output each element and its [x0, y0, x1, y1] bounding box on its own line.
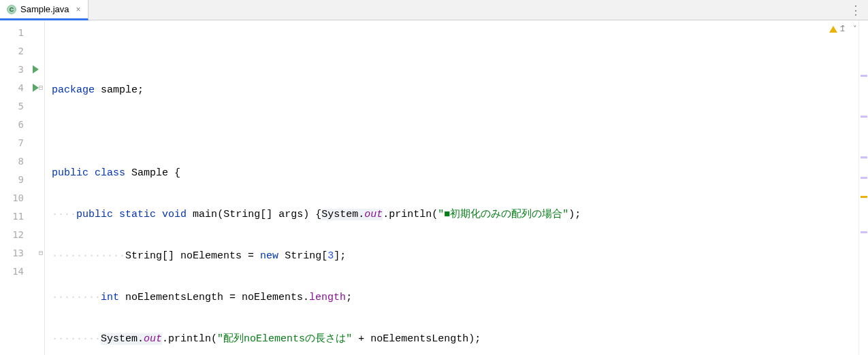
error-stripe[interactable]	[858, 20, 868, 355]
close-icon[interactable]: ×	[76, 5, 81, 14]
line-number: 7	[0, 133, 44, 152]
code-area[interactable]: 1 ˄ ˅ package sample; public class Sampl…	[45, 20, 858, 355]
chevron-up-icon[interactable]: ˄	[841, 24, 846, 33]
warning-icon	[829, 26, 837, 33]
fold-icon[interactable]: ⊟	[39, 250, 45, 256]
editor: 1 2 3 4⊟ 5 6 7 8 9 10 11 12 13⊟ 14 1 ˄ ˅…	[0, 20, 868, 355]
line-number: 11	[0, 207, 44, 225]
line-number: 14	[0, 262, 44, 280]
line-number: 1	[0, 23, 44, 41]
fold-icon[interactable]: ⊟	[39, 84, 45, 90]
run-icon[interactable]	[33, 65, 39, 73]
line-number: 4⊟	[0, 78, 44, 97]
code-line[interactable]: public class Sample {	[45, 164, 858, 182]
marker[interactable]	[861, 156, 867, 158]
line-number: 12	[0, 225, 44, 243]
more-icon: ⋮	[850, 3, 861, 18]
marker[interactable]	[861, 231, 867, 233]
line-number: 5	[0, 97, 44, 115]
code-line[interactable]: ············String[] noElements = new St…	[45, 247, 858, 265]
marker[interactable]	[861, 116, 867, 118]
java-class-icon: C	[7, 5, 16, 14]
line-number: 3	[0, 60, 44, 78]
tab-bar-options[interactable]: ⋮	[843, 0, 868, 20]
code-line[interactable]	[45, 122, 858, 141]
run-icon[interactable]	[33, 84, 39, 92]
marker[interactable]	[861, 177, 867, 179]
line-number: 10	[0, 188, 44, 207]
line-number: 8	[0, 152, 44, 170]
svg-text:C: C	[10, 6, 14, 13]
gutter[interactable]: 1 2 3 4⊟ 5 6 7 8 9 10 11 12 13⊟ 14	[0, 20, 45, 355]
line-number: 13⊟	[0, 243, 44, 262]
code-line[interactable]: package sample;	[45, 81, 858, 99]
marker[interactable]	[861, 75, 867, 77]
code-line[interactable]: ····public static void main(String[] arg…	[45, 205, 858, 224]
tab-bar: C Sample.java × ⋮	[0, 0, 868, 20]
tab-sample-java[interactable]: C Sample.java ×	[0, 0, 89, 20]
code-line[interactable]: ········System.out.println("配列noElements…	[45, 330, 858, 348]
line-number: 2	[0, 41, 44, 60]
code-line[interactable]: ········int noElementsLength = noElement…	[45, 288, 858, 307]
chevron-down-icon[interactable]: ˅	[853, 24, 857, 33]
warning-marker[interactable]	[861, 196, 867, 198]
line-number: 6	[0, 115, 44, 133]
tab-title: Sample.java	[20, 4, 69, 14]
inspection-nav[interactable]: ˄ ˅	[841, 24, 857, 33]
line-number: 9	[0, 170, 44, 188]
